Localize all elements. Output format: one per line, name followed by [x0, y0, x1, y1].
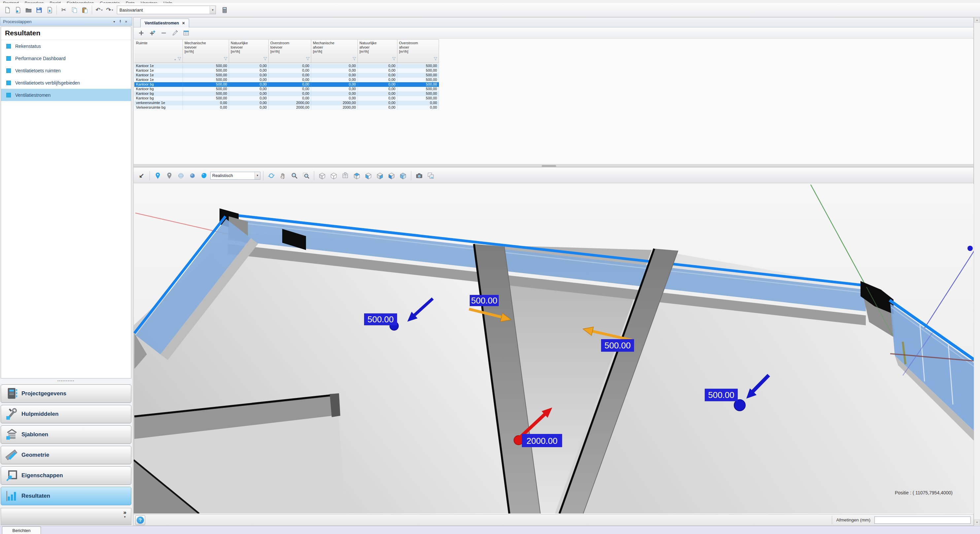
sort-ascending-icon[interactable]: ▲ — [174, 58, 176, 61]
scroll-up-icon[interactable]: ▲ — [974, 17, 980, 23]
panel-resize-grip[interactable]: ▪▪▪▪▪▪▪▪▪▪ — [0, 379, 132, 383]
view-cube-front-icon[interactable] — [363, 171, 374, 181]
variant-combobox[interactable]: Basisvariant ▼ — [117, 6, 216, 14]
menu-data[interactable]: Data — [123, 0, 138, 3]
help-button[interactable]: ? — [135, 515, 145, 525]
table-row-verkeersruimte-bg-9[interactable]: Verkeersruimte bg0,000,002000,002000,000… — [134, 105, 439, 110]
column-header-overstroom-toevoer-m-h[interactable]: Overstroom toevoer [m³/h] — [269, 39, 311, 63]
nav-hulpmiddelen[interactable]: Hulpmiddelen — [1, 405, 131, 423]
chevron-down-icon[interactable]: ▼ — [123, 515, 126, 518]
column-header-natuurlijke-afvoer-m-h[interactable]: Natuurlijke afvoer [m³/h] — [358, 39, 398, 63]
view-cube-iso-icon[interactable] — [398, 171, 408, 181]
menu-sjabloondelen[interactable]: Sjabloondelen — [64, 0, 97, 3]
add-icon[interactable] — [136, 29, 146, 38]
undo-icon[interactable]: ↶▾ — [94, 5, 104, 15]
chevron-down-icon[interactable]: ▼ — [210, 6, 216, 14]
sidebar-item-ventilatiestromen[interactable]: Ventilatiestromen — [1, 89, 131, 101]
menu-help[interactable]: Help — [161, 0, 175, 3]
calculator-icon[interactable] — [219, 5, 230, 15]
tab-ventilatiestromen[interactable]: Ventilatiestromen ✕ — [140, 19, 189, 27]
nav-projectgegevens[interactable]: Projectgegevens — [1, 384, 131, 403]
nav-resultaten[interactable]: Resultaten — [1, 487, 131, 505]
table-row-kantoor-1e-2[interactable]: Kantoor 1e500,000,000,000,000,00500,00 — [134, 73, 439, 78]
sidebar-item-performance-dashboard[interactable]: Performance Dashboard — [1, 52, 131, 64]
save-as-icon[interactable] — [44, 5, 55, 15]
expand-buttons-icon[interactable]: » — [123, 510, 126, 515]
filter-icon[interactable] — [392, 57, 396, 61]
pan-hand-icon[interactable] — [278, 171, 288, 181]
column-header-mechanische-toevoer-m-h[interactable]: Mechanische toevoer [m³/h] — [183, 39, 229, 63]
table-icon[interactable] — [181, 29, 191, 38]
messages-tab[interactable]: Berichten — [2, 526, 41, 534]
marker-blue-icon[interactable] — [153, 171, 163, 181]
column-header-ruimte[interactable]: Ruimte▲ — [134, 39, 183, 63]
filter-icon[interactable] — [178, 57, 181, 61]
zoom-window-icon[interactable] — [301, 171, 311, 181]
sidebar-item-ventilatietoets-verblijfsgebieden[interactable]: Ventilatietoets verblijfsgebieden — [1, 77, 131, 89]
table-row-kantoor-bg-7[interactable]: Kantoor bg500,000,000,000,000,00500,00 — [134, 96, 439, 101]
dimensions-input[interactable] — [874, 516, 971, 524]
filter-icon[interactable] — [224, 57, 228, 61]
open-folder-icon[interactable] — [23, 5, 33, 15]
table-row-kantoor-bg-5[interactable]: Kantoor bg500,000,000,000,000,00500,00 — [134, 87, 439, 91]
column-header-mechanische-afvoer-m-h[interactable]: Mechanische afvoer [m³/h] — [311, 39, 358, 63]
view-cube-top-icon[interactable] — [352, 171, 362, 181]
new-document-icon[interactable] — [2, 5, 13, 15]
paste-icon[interactable] — [80, 5, 90, 15]
filter-icon[interactable] — [263, 57, 267, 61]
table-row-kantoor-1e-1[interactable]: Kantoor 1e500,000,000,000,000,00500,00 — [134, 69, 439, 73]
nav-eigenschappen[interactable]: Eigenschappen — [1, 466, 131, 485]
table-row-kantoor-bg-6[interactable]: Kantoor bg500,000,000,000,000,00500,00 — [134, 91, 439, 96]
edit-pencil-icon[interactable] — [170, 29, 180, 38]
menu-bewerken[interactable]: Bewerken — [22, 0, 47, 3]
redo-icon[interactable]: ↷▾ — [104, 5, 115, 15]
select-arrow-icon[interactable]: ↙ — [136, 171, 147, 181]
view-cube-left-icon[interactable] — [386, 171, 397, 181]
filter-icon[interactable] — [353, 57, 356, 61]
view-cube-section-icon[interactable] — [340, 171, 350, 181]
add-special-icon[interactable] — [148, 29, 158, 38]
sidebar-item-ventilatietoets-ruimten[interactable]: Ventilatietoets ruimten — [1, 64, 131, 77]
close-icon[interactable]: × — [123, 19, 129, 24]
filter-icon[interactable] — [434, 57, 438, 61]
vertical-scrollbar[interactable]: ▲ ▼ — [974, 17, 980, 526]
screenshot-icon[interactable] — [414, 171, 425, 181]
scroll-down-icon[interactable]: ▼ — [974, 520, 980, 525]
marker-gray-icon[interactable] — [164, 171, 175, 181]
filter-icon[interactable] — [306, 57, 310, 61]
splitter-grip[interactable] — [542, 165, 556, 167]
chevron-down-icon[interactable]: ▾ — [111, 20, 117, 24]
3d-viewport[interactable]: 500.00 500.00 500.00 — [134, 184, 974, 513]
menu-beeld[interactable]: Beeld — [47, 0, 64, 3]
sphere-wire-icon[interactable] — [176, 171, 186, 181]
cut-icon[interactable]: ✂ — [59, 5, 69, 15]
sphere-solid-icon[interactable] — [187, 171, 198, 181]
column-header-overstroom-afvoer-m-h[interactable]: Overstroom afvoer [m³/h] — [398, 39, 439, 63]
zoom-icon[interactable] — [289, 171, 300, 181]
open-document-icon[interactable] — [13, 5, 23, 15]
pin-icon[interactable] — [117, 19, 123, 24]
table-row-kantoor-1e-3[interactable]: Kantoor 1e500,000,000,000,000,00500,00 — [134, 78, 439, 82]
chevron-down-icon[interactable]: ▼ — [255, 172, 260, 179]
remove-icon[interactable] — [159, 29, 169, 38]
view-cube-wire-icon[interactable] — [317, 171, 328, 181]
view-cube-right-icon[interactable] — [375, 171, 385, 181]
table-row-kantoor-1e-0[interactable]: Kantoor 1e500,000,000,000,000,00500,00 — [134, 64, 439, 69]
save-icon[interactable] — [33, 5, 44, 15]
table-row-verkeersruimte-1e-8[interactable]: verkeersruimte 1e0,000,002000,002000,000… — [134, 101, 439, 105]
table-row-kantoor-bg-4[interactable]: Kantoor bg500,000,000,000,000,00500,00 — [134, 82, 439, 87]
render-mode-combobox[interactable]: Realistisch ▼ — [210, 172, 261, 180]
view-cube-wire2-icon[interactable] — [328, 171, 339, 181]
menu-bestand[interactable]: Bestand — [0, 0, 22, 3]
tab-close-icon[interactable]: ✕ — [182, 21, 185, 26]
horizontal-splitter[interactable] — [134, 164, 974, 167]
nav-geometrie[interactable]: Geometrie — [1, 446, 131, 464]
nav-sjablonen[interactable]: Sjablonen — [1, 426, 131, 444]
column-header-natuurlijke-toevoer-m-h[interactable]: Natuurlijke toevoer [m³/h] — [229, 39, 269, 63]
sidebar-item-rekenstatus[interactable]: Rekenstatus — [1, 40, 131, 52]
export-image-icon[interactable] — [425, 171, 436, 181]
menu-geometrie[interactable]: Geometrie — [97, 0, 123, 3]
menu-vensters[interactable]: Vensters — [138, 0, 161, 3]
orbit-icon[interactable] — [266, 171, 277, 181]
copy-icon[interactable] — [69, 5, 80, 15]
